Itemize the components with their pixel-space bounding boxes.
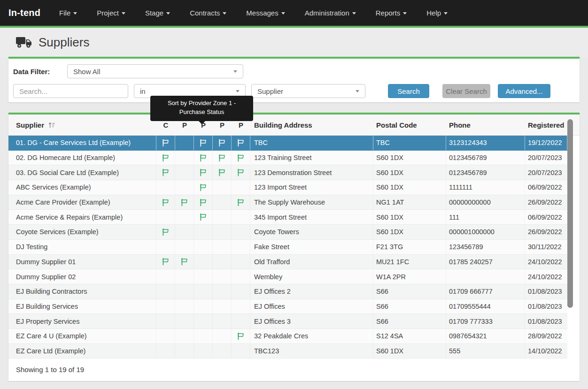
search-input[interactable]: [19, 87, 122, 95]
address-cell: TBC: [250, 136, 373, 150]
flag-icon: [237, 154, 245, 162]
field-select[interactable]: Supplier: [251, 84, 365, 98]
advanced-button[interactable]: Advanced...: [498, 84, 550, 98]
column-header-postal-code[interactable]: Postal Code: [373, 114, 446, 135]
table-row[interactable]: EJ Building ServicesEJ OfficesS660170955…: [8, 299, 567, 314]
flag-cell-c: [156, 255, 175, 269]
menu-file[interactable]: File: [59, 9, 77, 17]
flag-cell-c: [156, 225, 175, 239]
address-cell: 32 Peakdale Cres: [250, 329, 373, 343]
table-row[interactable]: Dummy Supplier 01Old TraffordMU21 1FC017…: [8, 255, 567, 270]
address-cell: EJ Offices 2: [250, 284, 373, 299]
flag-cell-p4: [232, 151, 250, 165]
table-row[interactable]: Dummy Supplier 02WembleyW1A 2PR24/10/202…: [8, 269, 567, 284]
flag-cell-p2: [194, 299, 213, 314]
caret-down-icon: [403, 12, 407, 15]
table-row[interactable]: Acme Service & Repairs (Example)345 Impo…: [8, 210, 567, 225]
flag-cell-p1: [175, 344, 194, 358]
flag-icon: [199, 213, 207, 221]
navbar: In-tend FileProjectStageContractsMessage…: [0, 0, 588, 26]
flag-cell-p2: [194, 165, 213, 180]
supplier-cell: Dummy Supplier 02: [8, 269, 156, 284]
caret-down-icon: [122, 12, 125, 15]
address-cell: 123 Demonstration Street: [250, 165, 373, 180]
menu-administration[interactable]: Administration: [305, 9, 356, 17]
menu-contracts[interactable]: Contracts: [190, 9, 226, 17]
flag-cell-p3: [213, 329, 232, 343]
table-row[interactable]: DJ TestingFake StreetF21 3TG12345678930/…: [8, 240, 567, 255]
column-header-label: C: [163, 121, 169, 129]
flag-cell-c: [156, 299, 175, 314]
column-header-label: Supplier: [16, 121, 44, 129]
table-footer: Showing 1 to 19 of 19: [8, 358, 580, 374]
flag-cell-p1: [175, 240, 194, 254]
postal-code-cell: S60 1DX: [373, 180, 446, 195]
filter-panel: Data Filter: Show All in Supplier Search…: [8, 57, 580, 102]
table-row[interactable]: 01. DG - Care Services Ltd (Example)TBCT…: [8, 136, 567, 151]
flag-icon: [218, 154, 226, 162]
column-header-registered[interactable]: Registered: [525, 114, 567, 135]
table-row[interactable]: 02. DG Homecare Ltd (Example)123 Trainin…: [8, 151, 567, 166]
flag-cell-c: [156, 284, 175, 299]
data-filter-select[interactable]: Show All: [67, 64, 243, 78]
flag-cell-c: [156, 165, 175, 180]
flag-cell-c: [156, 344, 175, 358]
flag-icon: [199, 139, 207, 147]
flag-cell-p2: [194, 255, 213, 269]
flag-cell-c: [156, 195, 175, 210]
menu-messages[interactable]: Messages: [246, 9, 285, 17]
sort-icon[interactable]: [48, 122, 56, 129]
menu-project[interactable]: Project: [97, 9, 125, 17]
address-cell: EJ Offices 3: [250, 314, 373, 328]
menu-stage[interactable]: Stage: [145, 9, 170, 17]
caret-down-icon: [223, 12, 226, 15]
flag-cell-p1: [175, 165, 194, 180]
table-row[interactable]: EJ Building ContractorsEJ Offices 2S6601…: [8, 284, 567, 299]
registered-cell: 19/12/2022: [525, 136, 567, 150]
table-row[interactable]: EZ Care Ltd (Example)TBC123S60 1DX55514/…: [8, 344, 567, 359]
address-cell: 123 Import Street: [250, 180, 373, 195]
flag-cell-p3: [213, 136, 232, 150]
flag-cell-p2: [194, 269, 213, 284]
app-brand[interactable]: In-tend: [8, 8, 40, 18]
table-row[interactable]: 03. DG Social Care Ltd (Example)123 Demo…: [8, 165, 567, 180]
caret-down-icon: [166, 12, 170, 15]
column-header-building-address[interactable]: Building Address: [250, 114, 373, 135]
search-button[interactable]: Search: [388, 84, 429, 98]
table-row[interactable]: ABC Services (Example)123 Import StreetS…: [8, 180, 567, 195]
flag-cell-p2: [194, 180, 213, 195]
column-header-supplier[interactable]: Supplier: [8, 114, 156, 135]
registered-cell: 24/10/2022: [525, 255, 567, 269]
menu-reports[interactable]: Reports: [376, 9, 407, 17]
flag-cell-p1: [175, 136, 194, 150]
table-row[interactable]: EZ Care 4 U (Example)32 Peakdale CresS12…: [8, 329, 567, 344]
flag-cell-p3: [213, 344, 232, 358]
flag-cell-p1: [175, 210, 194, 224]
address-cell: Wembley: [250, 269, 373, 284]
flag-cell-p2: [194, 225, 213, 239]
address-cell: Old Trafford: [250, 255, 373, 269]
scrollbar-thumb[interactable]: [567, 119, 573, 308]
table-scrollbar[interactable]: [567, 117, 573, 359]
flag-cell-p4: [232, 314, 250, 328]
clear-search-button[interactable]: Clear Search: [442, 84, 490, 98]
flag-cell-p3: [213, 225, 232, 239]
menu-help[interactable]: Help: [426, 9, 448, 17]
registered-cell: 26/09/2022: [525, 195, 567, 210]
flag-cell-p3: [213, 180, 232, 195]
supplier-cell: 02. DG Homecare Ltd (Example): [8, 151, 156, 165]
table-row[interactable]: Coyote Services (Example)Coyote TowersS6…: [8, 225, 567, 240]
table-row[interactable]: EJ Property ServicesEJ Offices 3S6601709…: [8, 314, 567, 329]
flag-cell-p2: [194, 195, 213, 210]
column-header-label: P: [239, 121, 243, 129]
phone-cell: 01709 777333: [446, 314, 525, 328]
flag-icon: [237, 198, 245, 206]
supplier-cell: 01. DG - Care Services Ltd (Example): [8, 136, 156, 150]
flag-cell-c: [156, 151, 175, 165]
table-row[interactable]: Acme Care Provider (Example)The Supply W…: [8, 195, 567, 210]
column-header-phone[interactable]: Phone: [446, 114, 525, 135]
chevron-down-icon: [356, 90, 359, 92]
address-cell: Coyote Towers: [250, 225, 373, 239]
flag-icon: [162, 168, 170, 176]
phone-cell: 0123456789: [446, 151, 525, 165]
